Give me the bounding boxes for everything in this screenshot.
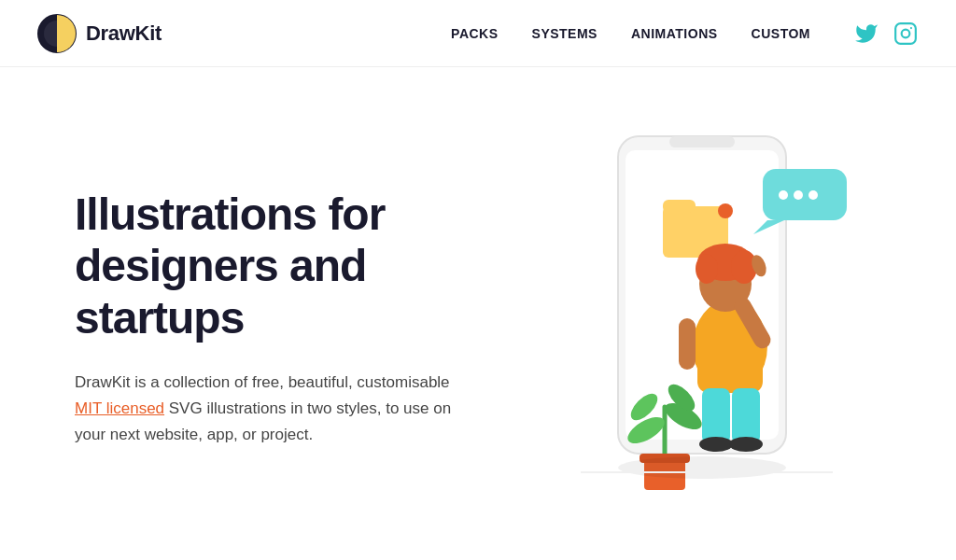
hero-section: Illustrations for designers and startups… <box>0 67 956 560</box>
main-nav: PACKS SYSTEMS ANIMATIONS CUSTOM <box>451 21 919 47</box>
svg-point-26 <box>699 437 733 452</box>
nav-item-systems[interactable]: SYSTEMS <box>532 26 598 41</box>
svg-rect-25 <box>732 388 760 444</box>
svg-point-3 <box>910 26 912 28</box>
description-before: DrawKit is a collection of free, beautif… <box>75 373 450 391</box>
logo-area: DrawKit <box>37 14 162 53</box>
logo-text: DrawKit <box>86 21 162 46</box>
nav-item-custom[interactable]: CUSTOM <box>752 26 810 41</box>
hero-text: Illustrations for designers and startups… <box>75 179 523 448</box>
logo-icon <box>37 14 77 53</box>
svg-rect-24 <box>702 388 730 444</box>
social-links <box>853 21 919 47</box>
svg-rect-23 <box>679 318 696 370</box>
illustration-svg <box>525 118 879 510</box>
twitter-icon[interactable] <box>853 21 879 47</box>
svg-rect-13 <box>663 200 696 213</box>
svg-point-11 <box>808 190 818 200</box>
hero-illustration <box>523 67 881 560</box>
svg-point-27 <box>729 437 763 452</box>
svg-rect-6 <box>669 136 735 147</box>
svg-point-14 <box>718 203 733 218</box>
hero-description: DrawKit is a collection of free, beautif… <box>75 370 467 448</box>
svg-point-9 <box>779 190 788 200</box>
nav-item-packs[interactable]: PACKS <box>451 26 498 41</box>
svg-point-20 <box>696 254 718 284</box>
svg-point-10 <box>794 190 803 200</box>
svg-rect-1 <box>895 23 916 44</box>
header: DrawKit PACKS SYSTEMS ANIMATIONS CUSTOM <box>0 0 956 67</box>
nav-item-animations[interactable]: ANIMATIONS <box>631 26 718 41</box>
hero-heading: Illustrations for designers and startups <box>75 189 523 343</box>
mit-license-link[interactable]: MIT licensed <box>75 399 164 417</box>
svg-point-35 <box>618 456 786 479</box>
svg-point-2 <box>902 29 910 37</box>
instagram-icon[interactable] <box>893 21 919 47</box>
svg-rect-7 <box>763 169 847 220</box>
